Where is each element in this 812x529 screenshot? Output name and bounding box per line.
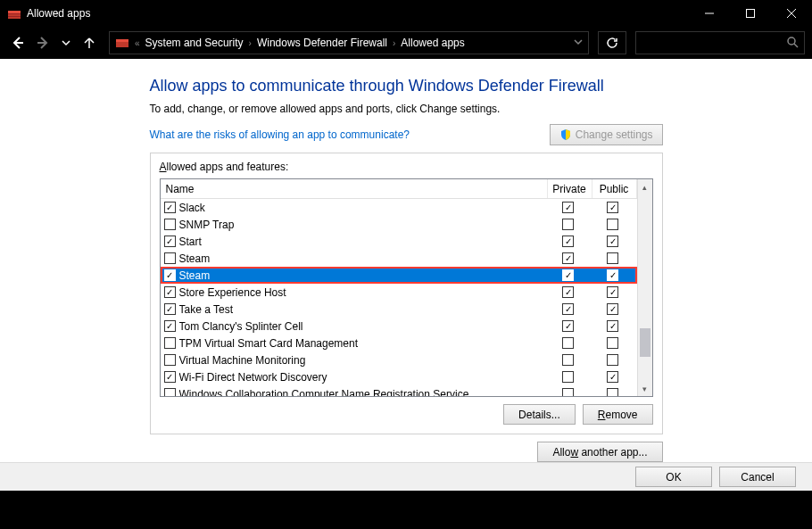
scroll-thumb[interactable]: [640, 328, 650, 357]
list-item[interactable]: Tom Clancy's Splinter Cell: [161, 318, 637, 335]
list-item[interactable]: Steam: [161, 250, 637, 267]
enable-checkbox[interactable]: [164, 219, 176, 230]
private-checkbox[interactable]: [562, 269, 574, 281]
public-checkbox[interactable]: [607, 337, 618, 349]
column-name[interactable]: Name: [161, 179, 548, 198]
dialog-footer: OK Cancel: [0, 462, 812, 491]
enable-checkbox[interactable]: [164, 286, 176, 298]
enable-checkbox[interactable]: [164, 354, 176, 366]
list-item[interactable]: Wi-Fi Direct Network Discovery: [161, 368, 637, 385]
recent-locations-button[interactable]: [55, 32, 77, 54]
shield-icon: [559, 128, 572, 141]
breadcrumb-item[interactable]: System and Security: [145, 37, 244, 49]
change-settings-button[interactable]: Change settings: [550, 124, 663, 145]
public-checkbox[interactable]: [607, 286, 618, 298]
list-item[interactable]: Virtual Machine Monitoring: [161, 351, 637, 368]
public-checkbox[interactable]: [607, 320, 618, 332]
app-name: Wi-Fi Direct Network Discovery: [179, 371, 548, 384]
scroll-down-icon[interactable]: ▾: [638, 381, 652, 396]
private-checkbox[interactable]: [562, 303, 574, 315]
svg-line-13: [794, 44, 798, 47]
list-item[interactable]: Start: [161, 233, 637, 250]
change-settings-label: Change settings: [576, 128, 653, 141]
apps-listbox: Name Private Public SlackSNMP TrapStartS…: [160, 178, 653, 397]
private-checkbox[interactable]: [562, 286, 574, 298]
list-item[interactable]: Slack: [161, 199, 637, 216]
back-button[interactable]: [7, 32, 29, 54]
remove-button[interactable]: Remove: [583, 404, 653, 425]
public-checkbox[interactable]: [607, 371, 618, 383]
up-button[interactable]: [79, 32, 100, 54]
ok-button[interactable]: OK: [635, 467, 712, 487]
public-checkbox[interactable]: [607, 202, 618, 213]
address-bar[interactable]: « System and Security › Windows Defender…: [109, 31, 589, 54]
scroll-track[interactable]: [638, 194, 652, 381]
public-cell: [592, 354, 637, 366]
enable-checkbox[interactable]: [164, 252, 176, 264]
private-checkbox[interactable]: [562, 320, 574, 332]
public-checkbox[interactable]: [607, 354, 618, 366]
allow-another-app-button[interactable]: Allow another app...: [537, 442, 662, 462]
private-cell: [548, 354, 592, 366]
private-checkbox[interactable]: [562, 337, 574, 349]
list-item[interactable]: Windows Collaboration Computer Name Regi…: [161, 385, 637, 396]
breadcrumb-item[interactable]: Allowed apps: [401, 37, 464, 49]
list-item[interactable]: Steam: [161, 267, 637, 284]
public-checkbox[interactable]: [607, 303, 618, 315]
enable-checkbox[interactable]: [164, 371, 176, 383]
search-input[interactable]: [635, 31, 805, 54]
private-checkbox[interactable]: [562, 388, 574, 396]
enable-checkbox[interactable]: [164, 269, 176, 281]
private-checkbox[interactable]: [562, 202, 574, 213]
public-cell: [592, 219, 637, 230]
private-checkbox[interactable]: [562, 252, 574, 264]
private-checkbox[interactable]: [562, 236, 574, 247]
private-checkbox[interactable]: [562, 219, 574, 230]
cancel-button[interactable]: Cancel: [719, 467, 796, 487]
public-checkbox[interactable]: [607, 252, 618, 264]
firewall-icon: [7, 6, 21, 21]
title-bar: Allowed apps: [0, 0, 812, 27]
list-item[interactable]: Store Experience Host: [161, 284, 637, 301]
private-checkbox[interactable]: [562, 371, 574, 383]
scroll-up-icon[interactable]: ▴: [638, 179, 652, 194]
private-checkbox[interactable]: [562, 354, 574, 366]
public-checkbox[interactable]: [607, 236, 618, 247]
window-title: Allowed apps: [27, 7, 689, 20]
enable-checkbox[interactable]: [164, 303, 176, 315]
public-cell: [592, 286, 637, 298]
breadcrumb-item[interactable]: Windows Defender Firewall: [257, 37, 387, 49]
maximize-button[interactable]: [730, 0, 771, 27]
app-name: Tom Clancy's Splinter Cell: [179, 320, 548, 333]
private-cell: [548, 219, 592, 230]
refresh-button[interactable]: [598, 31, 626, 54]
minimize-button[interactable]: [689, 0, 730, 27]
private-cell: [548, 252, 592, 264]
chevron-left-double-icon: «: [133, 38, 142, 48]
enable-checkbox[interactable]: [164, 236, 176, 247]
list-item[interactable]: TPM Virtual Smart Card Management: [161, 335, 637, 351]
list-item[interactable]: SNMP Trap: [161, 216, 637, 233]
private-cell: [548, 269, 592, 281]
enable-checkbox[interactable]: [164, 337, 176, 349]
firewall-icon: [115, 35, 129, 52]
enable-checkbox[interactable]: [164, 388, 176, 396]
forward-button[interactable]: [32, 32, 54, 54]
close-button[interactable]: [771, 0, 812, 27]
private-cell: [548, 371, 592, 383]
vertical-scrollbar[interactable]: ▴ ▾: [637, 179, 652, 396]
enable-checkbox[interactable]: [164, 202, 176, 213]
public-cell: [592, 202, 637, 213]
risk-link[interactable]: What are the risks of allowing an app to…: [150, 128, 410, 141]
public-checkbox[interactable]: [607, 388, 618, 396]
enable-checkbox[interactable]: [164, 320, 176, 332]
list-item[interactable]: Take a Test: [161, 301, 637, 318]
chevron-down-icon[interactable]: [574, 37, 583, 49]
column-public[interactable]: Public: [592, 179, 637, 198]
public-checkbox[interactable]: [607, 269, 618, 281]
content-area: Allow apps to communicate through Window…: [0, 59, 812, 491]
column-private[interactable]: Private: [548, 179, 592, 198]
details-button[interactable]: Details...: [503, 404, 576, 425]
private-cell: [548, 388, 592, 396]
public-checkbox[interactable]: [607, 219, 618, 230]
